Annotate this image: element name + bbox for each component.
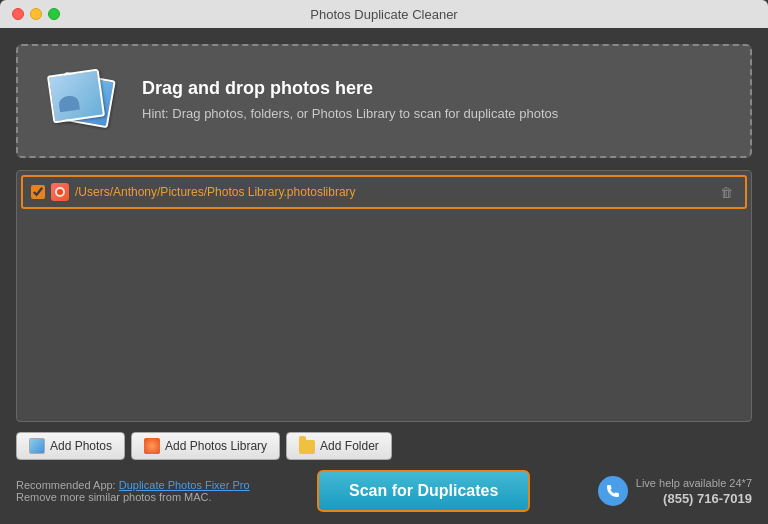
- drop-zone-hint: Hint: Drag photos, folders, or Photos Li…: [142, 105, 558, 123]
- footer-left: Recommended App: Duplicate Photos Fixer …: [16, 479, 250, 503]
- maximize-button[interactable]: [48, 8, 60, 20]
- add-library-button[interactable]: Add Photos Library: [131, 432, 280, 460]
- phone-icon: [598, 476, 628, 506]
- list-item: /Users/Anthony/Pictures/Photos Library.p…: [21, 175, 747, 209]
- file-list: /Users/Anthony/Pictures/Photos Library.p…: [16, 170, 752, 422]
- library-icon: [51, 183, 69, 201]
- add-library-label: Add Photos Library: [165, 439, 267, 453]
- minimize-button[interactable]: [30, 8, 42, 20]
- add-folder-button[interactable]: Add Folder: [286, 432, 392, 460]
- recommended-link[interactable]: Duplicate Photos Fixer Pro: [119, 479, 250, 491]
- add-folder-icon: [299, 440, 315, 454]
- footer-right: Live help available 24*7 (855) 716-7019: [598, 476, 752, 506]
- window-controls: [12, 8, 60, 20]
- drop-zone[interactable]: Drag and drop photos here Hint: Drag pho…: [16, 44, 752, 158]
- phone-number: (855) 716-7019: [636, 491, 752, 506]
- add-library-icon: [144, 438, 160, 454]
- add-folder-label: Add Folder: [320, 439, 379, 453]
- add-photos-button[interactable]: Add Photos: [16, 432, 125, 460]
- phone-info: Live help available 24*7 (855) 716-7019: [636, 476, 752, 506]
- recommended-prefix: Recommended App:: [16, 479, 119, 491]
- toolbar: Add Photos Add Photos Library Add Folder: [16, 432, 752, 460]
- add-photos-label: Add Photos: [50, 439, 112, 453]
- file-path: /Users/Anthony/Pictures/Photos Library.p…: [75, 185, 710, 199]
- footer: Recommended App: Duplicate Photos Fixer …: [16, 470, 752, 512]
- window-title: Photos Duplicate Cleaner: [310, 7, 457, 22]
- svg-point-1: [57, 189, 63, 195]
- drop-zone-heading: Drag and drop photos here: [142, 78, 558, 99]
- delete-icon[interactable]: 🗑: [716, 185, 737, 200]
- main-content: Drag and drop photos here Hint: Drag pho…: [0, 28, 768, 524]
- file-checkbox[interactable]: [31, 185, 45, 199]
- close-button[interactable]: [12, 8, 24, 20]
- titlebar: Photos Duplicate Cleaner: [0, 0, 768, 28]
- photo-icon-front: [47, 69, 105, 124]
- add-photos-icon: [29, 438, 45, 454]
- drop-zone-text: Drag and drop photos here Hint: Drag pho…: [142, 78, 558, 123]
- live-help-text: Live help available 24*7: [636, 476, 752, 491]
- recommended-text: Recommended App: Duplicate Photos Fixer …: [16, 479, 250, 491]
- scan-button[interactable]: Scan for Duplicates: [317, 470, 530, 512]
- drop-zone-icon: [42, 66, 122, 136]
- remove-text: Remove more similar photos from MAC.: [16, 491, 250, 503]
